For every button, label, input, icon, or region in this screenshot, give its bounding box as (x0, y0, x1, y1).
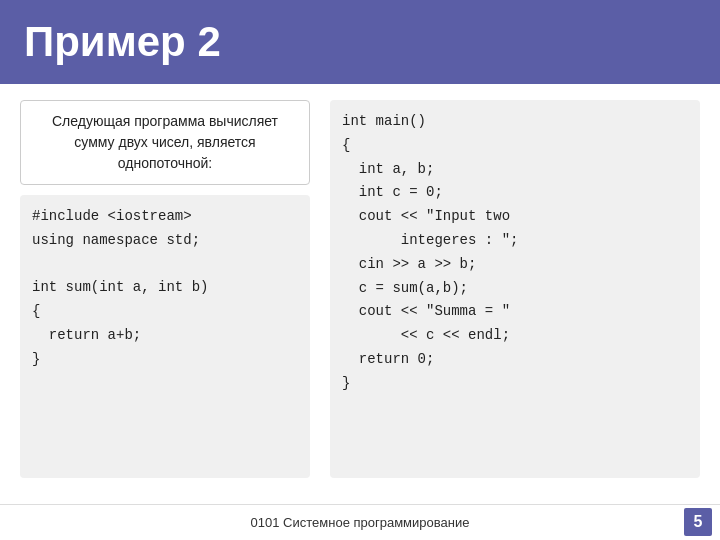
page-title: Пример 2 (24, 18, 221, 65)
main-content: Следующая программа вычисляет сумму двух… (0, 84, 720, 488)
right-code-block: int main() { int a, b; int c = 0; cout <… (330, 100, 700, 478)
page-number: 5 (684, 508, 712, 536)
left-code-block: #include <iostream> using namespace std;… (20, 195, 310, 478)
left-panel: Следующая программа вычисляет сумму двух… (20, 100, 310, 478)
footer-text: 0101 Системное программирование (251, 515, 470, 530)
footer: 0101 Системное программирование 5 (0, 504, 720, 540)
header: Пример 2 (0, 0, 720, 84)
description-box: Следующая программа вычисляет сумму двух… (20, 100, 310, 185)
